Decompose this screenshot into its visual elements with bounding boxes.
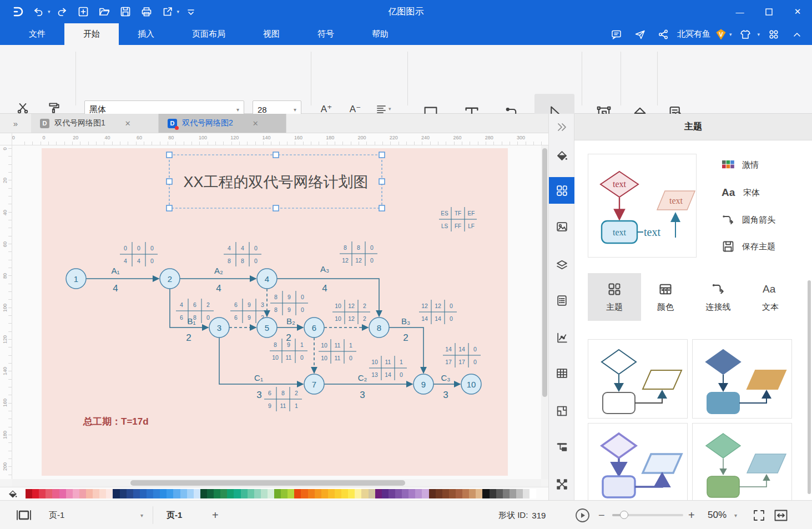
color-swatch[interactable] <box>529 489 536 498</box>
color-swatch[interactable] <box>32 489 39 498</box>
panel-tab-connector[interactable]: 连接线 <box>692 273 745 321</box>
color-swatch[interactable] <box>510 489 516 498</box>
color-swatch[interactable] <box>133 489 140 498</box>
presentation-button[interactable] <box>575 501 590 529</box>
zoom-slider[interactable] <box>612 501 683 529</box>
color-swatch[interactable] <box>321 489 328 498</box>
menu-item-5[interactable]: 视图 <box>244 23 299 45</box>
color-swatch[interactable] <box>180 489 187 498</box>
canvas-horizontal-scrollbar[interactable] <box>12 479 541 487</box>
color-swatch[interactable] <box>220 489 227 498</box>
color-swatch[interactable] <box>160 489 167 498</box>
menu-item-3[interactable]: 插入 <box>119 23 173 45</box>
canvas-vertical-scrollbar[interactable] <box>541 145 548 479</box>
color-swatch[interactable] <box>214 489 220 498</box>
color-swatch[interactable] <box>194 489 200 498</box>
undo-dropdown[interactable]: ▾ <box>48 9 51 14</box>
color-swatch[interactable] <box>436 489 442 498</box>
open-file-button[interactable] <box>95 3 114 20</box>
theme-preview-card[interactable]: text text text text <box>588 154 697 258</box>
color-swatch[interactable] <box>261 489 268 498</box>
color-swatch[interactable] <box>335 489 341 498</box>
theme-option-connector[interactable]: 圆角箭头 <box>722 210 810 229</box>
color-swatch[interactable] <box>415 489 422 498</box>
drawing-canvas[interactable]: XX工程的双代号网络计划图ESTFEFLSFFLF000440440880880… <box>12 145 548 479</box>
color-swatch[interactable] <box>348 489 355 498</box>
outline-tool[interactable] <box>549 287 575 314</box>
page-tab[interactable]: 页-1 <box>167 501 182 529</box>
color-swatch[interactable] <box>395 489 402 498</box>
color-swatch[interactable] <box>389 489 395 498</box>
color-swatch[interactable] <box>355 489 361 498</box>
color-swatch[interactable] <box>200 489 207 498</box>
theme-option-passion[interactable]: 激情 <box>722 155 810 174</box>
color-swatch[interactable] <box>127 489 133 498</box>
close-tab-icon[interactable]: ✕ <box>253 119 259 128</box>
color-swatch[interactable] <box>93 489 99 498</box>
constraint-tool[interactable] <box>549 471 575 497</box>
panel-tab-text[interactable]: Aa 文本 <box>744 273 797 321</box>
fullscreen-button[interactable] <box>752 501 766 529</box>
theme-thumbnail-2[interactable] <box>692 339 792 419</box>
menu-item-6[interactable]: 符号 <box>299 23 353 45</box>
color-swatch[interactable] <box>46 489 52 498</box>
save-button[interactable] <box>116 3 135 20</box>
color-swatch[interactable] <box>449 489 456 498</box>
skin-dropdown[interactable]: ▾ <box>757 32 760 37</box>
color-swatch[interactable] <box>113 489 119 498</box>
color-swatch[interactable] <box>315 489 321 498</box>
color-swatch[interactable] <box>402 489 408 498</box>
maximize-button[interactable] <box>754 0 783 23</box>
document-tab-1[interactable]: D双代号网络图1✕ <box>31 114 159 133</box>
export-share-button[interactable] <box>158 3 177 20</box>
color-swatch[interactable] <box>140 489 147 498</box>
color-swatch[interactable] <box>341 489 348 498</box>
color-swatch[interactable] <box>462 489 469 498</box>
panel-tab-theme[interactable]: 主题 <box>588 273 641 321</box>
close-button[interactable]: ✕ <box>783 0 812 23</box>
color-swatch[interactable] <box>241 489 248 498</box>
color-swatch[interactable] <box>482 489 489 498</box>
color-swatch[interactable] <box>361 489 368 498</box>
color-swatch[interactable] <box>268 489 274 498</box>
account-dropdown[interactable]: ▾ <box>729 32 732 37</box>
theme-thumbnail-1[interactable] <box>588 339 688 419</box>
page-selector[interactable]: 页-1▾ <box>49 501 143 529</box>
color-swatch[interactable] <box>234 489 240 498</box>
color-swatch[interactable] <box>523 489 529 498</box>
customize-toolbar-icon[interactable] <box>181 3 200 20</box>
color-swatch[interactable] <box>503 489 510 498</box>
color-swatch[interactable] <box>288 489 294 498</box>
color-swatch[interactable] <box>106 489 113 498</box>
color-swatch[interactable] <box>120 489 127 498</box>
color-swatch[interactable] <box>476 489 482 498</box>
skin-icon[interactable] <box>736 26 755 43</box>
color-swatch[interactable] <box>490 489 496 498</box>
color-swatch[interactable] <box>301 489 307 498</box>
color-swatch[interactable] <box>308 489 315 498</box>
print-button[interactable] <box>137 3 156 20</box>
color-swatch[interactable] <box>173 489 180 498</box>
zoom-out-button[interactable]: − <box>598 501 605 529</box>
undo-button[interactable] <box>29 3 48 20</box>
new-document-button[interactable] <box>74 3 93 20</box>
color-swatch[interactable] <box>516 489 523 498</box>
color-swatches[interactable] <box>26 489 536 498</box>
theme-option-save[interactable]: 保存主题 <box>722 237 810 256</box>
color-swatch[interactable] <box>254 489 261 498</box>
color-swatch[interactable] <box>408 489 415 498</box>
menu-item-4[interactable]: 页面布局 <box>173 23 244 45</box>
color-swatch[interactable] <box>167 489 173 498</box>
color-swatch[interactable] <box>469 489 476 498</box>
image-tool[interactable] <box>549 213 575 240</box>
send-icon[interactable] <box>631 26 649 43</box>
color-swatch[interactable] <box>86 489 93 498</box>
feedback-icon[interactable] <box>607 26 626 43</box>
color-swatch[interactable] <box>26 489 32 498</box>
color-swatch[interactable] <box>73 489 79 498</box>
color-swatch[interactable] <box>153 489 160 498</box>
collapse-ribbon-icon[interactable] <box>788 26 806 43</box>
color-swatch[interactable] <box>442 489 449 498</box>
color-swatch[interactable] <box>281 489 288 498</box>
export-dropdown[interactable]: ▾ <box>177 9 180 14</box>
